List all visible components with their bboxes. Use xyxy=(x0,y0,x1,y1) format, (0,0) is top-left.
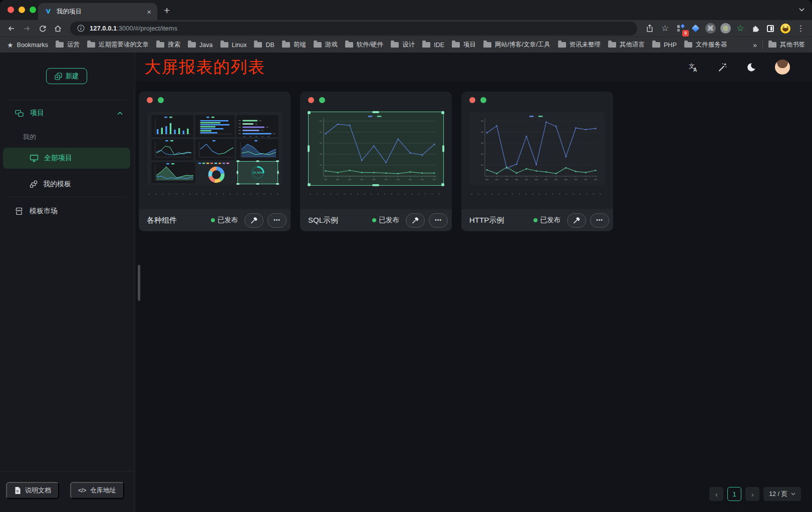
status-dot xyxy=(372,218,376,222)
forward-button[interactable] xyxy=(20,22,34,36)
selection-handle[interactable] xyxy=(372,111,379,113)
puzzle-extensions-icon[interactable] xyxy=(748,22,762,36)
green-star-extension-icon[interactable]: ☆ xyxy=(733,22,747,36)
bookmark-folder-label: 搜索 xyxy=(168,41,180,49)
new-project-icon xyxy=(55,73,62,80)
page-header: 大屏报表的列表 文 A xyxy=(135,53,812,82)
repo-button[interactable]: </> 仓库地址 xyxy=(70,482,124,499)
bookmark-folder[interactable]: Linux xyxy=(220,42,247,49)
selection-handle[interactable] xyxy=(308,183,311,186)
sidebar-item-my-templates[interactable]: 我的模板 xyxy=(3,174,130,195)
translate-icon[interactable]: 文 A xyxy=(688,62,698,72)
bookmark-folder[interactable]: 项目 xyxy=(452,41,476,49)
bookmark-folder-label: 网站/博客/文章/工具 xyxy=(495,41,550,49)
selection-handle[interactable] xyxy=(308,111,311,114)
bookmark-folder[interactable]: 游戏 xyxy=(314,41,338,49)
sidebar-item-all-projects[interactable]: 全部项目 xyxy=(3,148,130,169)
current-page-button[interactable]: 1 xyxy=(727,487,741,501)
hammer-icon xyxy=(573,216,581,224)
share-icon[interactable] xyxy=(642,22,657,36)
chevron-up-icon[interactable] xyxy=(117,112,123,115)
address-bar[interactable]: 127.0.0.1:3000/#/project/items xyxy=(70,22,637,36)
new-project-button[interactable]: 新建 xyxy=(46,68,87,84)
other-bookmarks-folder[interactable]: 其他书签 xyxy=(768,41,805,49)
folder-icon xyxy=(282,42,290,48)
back-button[interactable] xyxy=(4,22,19,36)
gem-extension-icon[interactable] xyxy=(688,22,702,36)
pagination: ‹ 1 › 12 / 页 xyxy=(709,487,801,501)
document-icon xyxy=(14,486,21,494)
bookmark-folder[interactable]: 搜索 xyxy=(156,41,180,49)
bookmark-folder[interactable]: PHP xyxy=(652,42,677,49)
sidebar-section-project[interactable]: 项目 xyxy=(0,104,135,123)
browser-window: 我的项目 × + 127.0.0.1:3000/#/project/items xyxy=(0,0,812,512)
close-tab-icon[interactable]: × xyxy=(147,8,151,16)
edit-project-button[interactable] xyxy=(406,213,425,228)
bookmark-folder[interactable]: 其他语言 xyxy=(608,41,645,49)
project-thumbnail-selected[interactable] xyxy=(309,112,443,185)
bookmark-folder-label: 文件服务器 xyxy=(696,41,727,49)
selection-handle[interactable] xyxy=(372,184,379,186)
sidebar-item-template-market[interactable]: 模板市场 xyxy=(0,201,135,221)
bookmark-folder[interactable]: 前端 xyxy=(282,41,306,49)
bookmark-folder[interactable]: 网站/博客/文章/工具 xyxy=(483,41,550,49)
selection-handle[interactable] xyxy=(442,145,444,152)
record-extension-icon[interactable] xyxy=(718,22,732,36)
folder-icon xyxy=(768,42,776,48)
prev-page-button[interactable]: ‹ xyxy=(709,487,723,501)
selection-handle[interactable] xyxy=(441,111,444,114)
project-thumbnail[interactable] xyxy=(470,112,605,185)
selection-handle[interactable] xyxy=(308,145,310,152)
ellipsis-icon: ••• xyxy=(596,218,603,223)
bookmark-folder[interactable]: DB xyxy=(254,42,274,49)
bookmark-folder[interactable]: 文件服务器 xyxy=(684,41,727,49)
new-tab-button[interactable]: + xyxy=(164,5,170,17)
edit-project-button[interactable] xyxy=(567,213,586,228)
folder-icon xyxy=(220,42,228,48)
bookmark-folder[interactable]: Java xyxy=(188,42,212,49)
bookmark-folder-label: IDE xyxy=(434,42,444,49)
bookmark-folder-label: PHP xyxy=(664,42,677,49)
magic-wand-icon[interactable] xyxy=(717,62,727,72)
bookmark-folder[interactable]: 资讯未整理 xyxy=(558,41,601,49)
dark-mode-moon-icon[interactable] xyxy=(746,63,756,72)
project-thumbnail[interactable]: 25.00% xyxy=(147,112,282,185)
more-actions-button[interactable]: ••• xyxy=(429,213,448,228)
more-actions-button[interactable]: ••• xyxy=(267,213,287,228)
bookmark-folder[interactable]: 运营 xyxy=(56,41,80,49)
bookmarks-overflow-chevron[interactable]: » xyxy=(753,41,757,49)
bookmark-folder[interactable]: 设计 xyxy=(391,41,415,49)
page-size-select[interactable]: 12 / 页 xyxy=(763,487,801,501)
zoom-window-button[interactable] xyxy=(30,7,36,13)
bookmark-folder[interactable]: IDE xyxy=(422,42,444,49)
scrollbar-thumb[interactable] xyxy=(138,265,140,301)
reader-mode-extension-icon[interactable] xyxy=(763,22,777,36)
edit-project-button[interactable] xyxy=(244,213,263,228)
more-actions-button[interactable]: ••• xyxy=(590,213,609,228)
site-info-icon[interactable] xyxy=(77,25,85,32)
bookmark-star-icon[interactable]: ☆ xyxy=(658,22,672,36)
folder-icon xyxy=(558,42,566,48)
other-bookmarks-label: 其他书签 xyxy=(780,41,805,49)
selection-handle[interactable] xyxy=(441,183,444,186)
close-window-button[interactable] xyxy=(8,7,14,13)
extension-grid-icon[interactable]: 9 xyxy=(673,22,687,36)
reload-button[interactable] xyxy=(35,22,50,36)
project-card[interactable]: SQL示例 已发布 ••• xyxy=(300,92,452,231)
minimize-window-button[interactable] xyxy=(19,7,25,13)
emoji-extension-icon[interactable] xyxy=(778,22,792,36)
tab-search-chevron-icon[interactable] xyxy=(799,8,804,12)
project-card[interactable]: 25.00% 各种组件 已发布 xyxy=(139,92,291,231)
home-button[interactable] xyxy=(51,22,65,36)
next-page-button[interactable]: › xyxy=(745,487,759,501)
browser-menu-icon[interactable]: ⋮ xyxy=(793,22,808,36)
browser-tab[interactable]: 我的项目 × xyxy=(38,3,157,20)
docs-button[interactable]: 说明文档 xyxy=(6,482,59,499)
project-card[interactable]: HTTP示例 已发布 ••• xyxy=(461,92,613,231)
command-extension-icon[interactable]: ⌘ xyxy=(703,22,717,36)
bookmarks-manager[interactable]: ★ Bookmarks xyxy=(7,42,48,49)
project-name: SQL示例 xyxy=(308,216,368,225)
user-avatar[interactable] xyxy=(775,60,790,75)
bookmark-folder[interactable]: 软件/硬件 xyxy=(345,41,383,49)
bookmark-folder[interactable]: 近期需要读的文章 xyxy=(87,41,149,49)
